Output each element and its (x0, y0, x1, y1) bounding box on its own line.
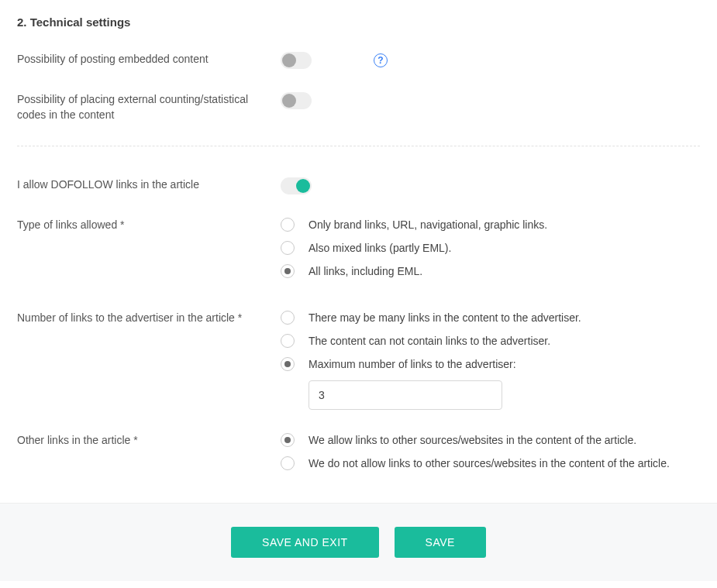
other_links-option-0[interactable]: We allow links to other sources/websites… (281, 433, 700, 447)
toggle-embedded-content[interactable] (281, 52, 312, 69)
link-types-options: Only brand links, URL, navigational, gra… (281, 218, 700, 287)
row-dofollow: I allow DOFOLLOW links in the article (17, 177, 700, 194)
max-links-input[interactable] (309, 380, 502, 410)
label-num-links: Number of links to the advertiser in the… (17, 311, 281, 326)
radio-button[interactable] (281, 311, 295, 325)
other-links-options: We allow links to other sources/websites… (281, 433, 700, 480)
label-other-links: Other links in the article * (17, 433, 281, 449)
label-external-codes: Possibility of placing external counting… (17, 92, 281, 122)
radio-label: We do not allow links to other sources/w… (309, 457, 670, 469)
radio-button[interactable] (281, 218, 295, 232)
row-external-codes: Possibility of placing external counting… (17, 92, 700, 122)
link_types-option-1[interactable]: Also mixed links (partly EML). (281, 241, 700, 255)
label-embedded-content: Possibility of posting embedded content (17, 52, 281, 67)
help-icon[interactable]: ? (374, 53, 388, 67)
toggle-external-codes[interactable] (281, 92, 312, 109)
radio-button[interactable] (281, 241, 295, 255)
radio-label: We allow links to other sources/websites… (309, 434, 636, 446)
label-dofollow: I allow DOFOLLOW links in the article (17, 177, 281, 193)
footer: SAVE AND EXIT SAVE (0, 503, 717, 581)
num_links-option-2[interactable]: Maximum number of links to the advertise… (281, 357, 700, 371)
other_links-option-1[interactable]: We do not allow links to other sources/w… (281, 456, 700, 470)
num_links-option-1[interactable]: The content can not contain links to the… (281, 334, 700, 348)
save-button[interactable]: SAVE (395, 527, 486, 558)
radio-button[interactable] (281, 456, 295, 470)
num_links-option-0[interactable]: There may be many links in the content t… (281, 311, 700, 325)
radio-label: Maximum number of links to the advertise… (309, 358, 516, 370)
divider (17, 146, 700, 146)
radio-label: The content can not contain links to the… (309, 335, 550, 347)
toggle-dofollow[interactable] (281, 177, 312, 194)
radio-label: There may be many links in the content t… (309, 311, 581, 324)
label-link-types: Type of links allowed * (17, 218, 281, 233)
num-links-options: There may be many links in the content t… (281, 311, 700, 410)
section-title: 2. Technical settings (17, 15, 700, 29)
row-embedded-content: Possibility of posting embedded content … (17, 52, 700, 69)
radio-button[interactable] (281, 433, 295, 447)
radio-label: Only brand links, URL, navigational, gra… (309, 218, 547, 231)
radio-button[interactable] (281, 357, 295, 371)
link_types-option-0[interactable]: Only brand links, URL, navigational, gra… (281, 218, 700, 232)
link_types-option-2[interactable]: All links, including EML. (281, 264, 700, 278)
radio-button[interactable] (281, 264, 295, 278)
radio-button[interactable] (281, 334, 295, 348)
save-and-exit-button[interactable]: SAVE AND EXIT (231, 527, 379, 558)
radio-label: Also mixed links (partly EML). (309, 242, 451, 254)
row-link-types: Type of links allowed * Only brand links… (17, 218, 700, 287)
radio-label: All links, including EML. (309, 265, 422, 277)
row-num-links: Number of links to the advertiser in the… (17, 311, 700, 410)
row-other-links: Other links in the article * We allow li… (17, 433, 700, 480)
